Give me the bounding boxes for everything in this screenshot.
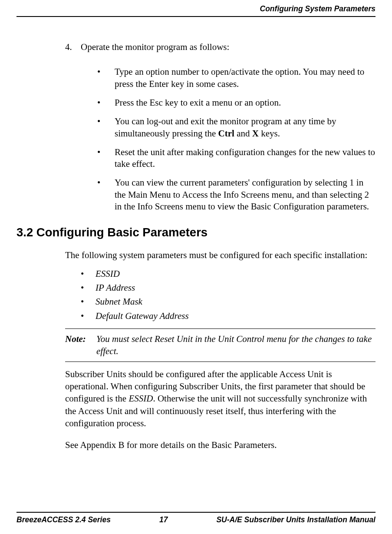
body-paragraph-2: See Appendix B for more details on the B… <box>65 439 376 451</box>
section-intro: The following system parameters must be … <box>65 249 376 261</box>
note-box: Note: You must select Reset Unit in the … <box>65 328 376 362</box>
list-item: •Type an option number to open/activate … <box>97 66 376 90</box>
param-label: ESSID <box>96 268 376 280</box>
page-content: 4. Operate the monitor program as follow… <box>0 17 392 512</box>
list-item: •Press the Esc key to exit a menu or an … <box>97 97 376 109</box>
list-item: •ESSID <box>81 268 376 280</box>
section-body: The following system parameters must be … <box>65 249 376 451</box>
bullet-icon: • <box>97 97 115 109</box>
bullet-text: You can view the current parameters' con… <box>115 177 376 212</box>
footer-page-number: 17 <box>159 515 168 524</box>
list-item: •IP Address <box>81 282 376 294</box>
bullet-icon: • <box>81 295 96 308</box>
bullet-icon: • <box>97 66 115 90</box>
bullet-text: Type an option number to open/activate t… <box>115 66 376 90</box>
param-label: Default Gateway Address <box>96 310 376 322</box>
bullet-icon: • <box>81 282 96 294</box>
bullet-text: Reset the unit after making configuratio… <box>115 146 376 170</box>
section-heading: 3.2 Configuring Basic Parameters <box>16 226 376 239</box>
footer-rule <box>16 512 376 513</box>
step-4-bullets: •Type an option number to open/activate … <box>97 66 376 212</box>
header-title: Configuring System Parameters <box>16 4 376 13</box>
list-item: •You can view the current parameters' co… <box>97 177 376 212</box>
step-number: 4. <box>65 41 81 53</box>
footer-right: SU-A/E Subscriber Units Installation Man… <box>216 515 376 524</box>
bullet-icon: • <box>81 268 96 280</box>
bullet-icon: • <box>97 146 115 170</box>
step-4: 4. Operate the monitor program as follow… <box>65 41 376 53</box>
list-item: •Reset the unit after making configurati… <box>97 146 376 170</box>
page-footer: BreezeACCESS 2.4 Series 17 SU-A/E Subscr… <box>0 512 392 534</box>
note-label: Note: <box>65 333 96 358</box>
footer-left: BreezeACCESS 2.4 Series <box>16 515 111 524</box>
note-text: You must select Reset Unit in the Unit C… <box>96 333 376 358</box>
bullet-icon: • <box>81 310 96 322</box>
step-text: Operate the monitor program as follows: <box>81 41 229 53</box>
bullet-text: Press the Esc key to exit a menu or an o… <box>115 97 376 109</box>
body-paragraph-1: Subscriber Units should be configured af… <box>65 368 376 430</box>
footer-row: BreezeACCESS 2.4 Series 17 SU-A/E Subscr… <box>16 515 376 524</box>
bullet-text: You can log-out and exit the monitor pro… <box>115 116 376 139</box>
bullet-icon: • <box>97 116 115 139</box>
page-root: Configuring System Parameters 4. Operate… <box>0 0 392 534</box>
param-list: •ESSID •IP Address •Subnet Mask •Default… <box>81 268 376 322</box>
page-header: Configuring System Parameters <box>0 0 392 16</box>
param-label: IP Address <box>96 282 376 294</box>
list-item: •You can log-out and exit the monitor pr… <box>97 116 376 139</box>
list-item: •Default Gateway Address <box>81 310 376 322</box>
param-label: Subnet Mask <box>96 295 376 308</box>
list-item: •Subnet Mask <box>81 295 376 308</box>
bullet-icon: • <box>97 177 115 212</box>
